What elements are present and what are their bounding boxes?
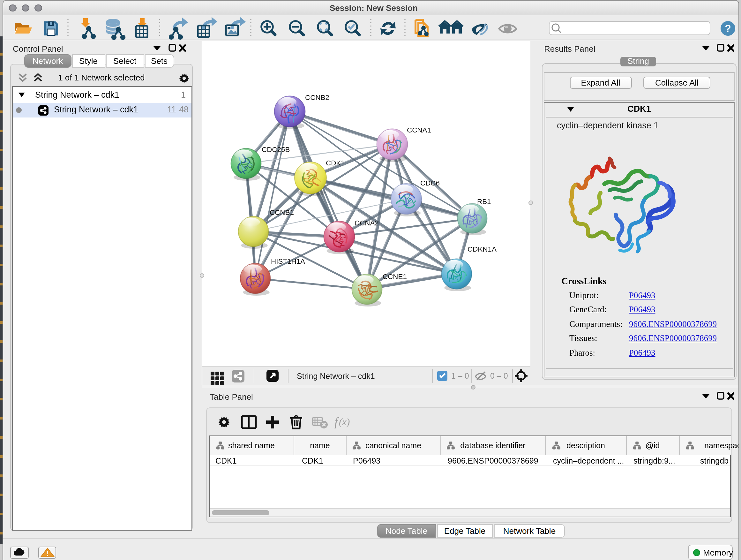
svg-text:0 – 0: 0 – 0	[490, 371, 508, 380]
svg-text:(x): (x)	[339, 416, 350, 428]
svg-text:f: f	[334, 415, 339, 428]
svg-text:CCNE1: CCNE1	[383, 272, 407, 280]
svg-text:CCNA1: CCNA1	[407, 126, 431, 134]
svg-text:CCNB1: CCNB1	[270, 208, 294, 216]
svg-text:CCNB2: CCNB2	[305, 93, 329, 101]
svg-text:?: ?	[725, 22, 731, 34]
svg-text:CDC6: CDC6	[420, 179, 440, 187]
svg-text:CDK1: CDK1	[326, 159, 345, 167]
svg-text:String Network – cdk1: String Network – cdk1	[297, 371, 375, 380]
svg-text:CDC25B: CDC25B	[262, 145, 290, 153]
svg-text:CCNA2: CCNA2	[354, 219, 379, 227]
svg-text:HIST1H1A: HIST1H1A	[271, 257, 305, 265]
svg-text:1 – 0: 1 – 0	[451, 371, 469, 380]
svg-text:CDKN1A: CDKN1A	[468, 245, 496, 253]
svg-text:RB1: RB1	[477, 197, 491, 205]
